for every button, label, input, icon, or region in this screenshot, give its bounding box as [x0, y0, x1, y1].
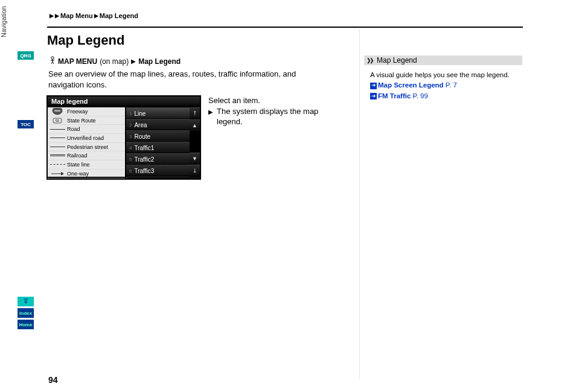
menu-item-label: Traffic2 [134, 156, 154, 163]
legend-label: Railroad [67, 153, 88, 159]
side-panel: ❯❯ Map Legend A visual guide helps you s… [364, 55, 522, 101]
scrollbar[interactable]: ⤒ ▲ ▼ ⤓ [190, 107, 200, 177]
menu-item[interactable]: 2Area [126, 119, 200, 130]
chevron-icon: ❯❯ [366, 57, 373, 63]
qrg-button[interactable]: QRG [18, 51, 34, 60]
menu-item[interactable]: 3Route [126, 130, 200, 142]
menu-item[interactable]: 1Line [126, 107, 200, 119]
menu-item[interactable]: 6Traffic3 [126, 165, 200, 176]
line-sample-icon [50, 138, 65, 138]
menu-item-label: Line [134, 110, 146, 117]
section-label: Navigation [0, 0, 8, 37]
menu-item-label: Route [134, 133, 150, 140]
scroll-down-icon[interactable]: ▼ [190, 153, 200, 165]
xref-label: FM Traffic [378, 92, 411, 100]
legend-left-pane: Freeway 01 State Route Road Unverified r… [48, 107, 125, 177]
intro-text: See an overview of the map lines, areas,… [48, 69, 332, 90]
menu-item[interactable]: 4Traffic1 [126, 142, 200, 153]
legend-row: State line [48, 160, 125, 169]
horizontal-rule [47, 27, 523, 28]
stateroute-icon: 01 [50, 118, 65, 124]
side-panel-title: Map Legend [377, 56, 417, 65]
nav-target: Map Legend [138, 57, 181, 66]
nav-path: MAP MENU (on map) ▶ Map Legend [50, 56, 181, 66]
xref-page: P. 7 [446, 81, 457, 89]
xref-link[interactable]: ➜Map Screen Legend P. 7 [370, 80, 522, 90]
legend-label: One-way [67, 171, 89, 177]
interstate-icon [50, 108, 65, 115]
xref-link[interactable]: ➜FM Traffic P. 99 [370, 91, 522, 101]
screenshot-title: Map legend [48, 96, 200, 107]
legend-row: One-way [48, 169, 125, 179]
railroad-icon [50, 156, 65, 156]
instructions: Select an item. ▶ The system displays th… [208, 95, 341, 127]
line-sample-icon [50, 147, 65, 147]
breadcrumb: ▶ ▶ Map Menu ▶ Map Legend [50, 12, 138, 19]
legend-row: Pedestrian street [48, 143, 125, 152]
menu-item-label: Traffic3 [134, 168, 154, 174]
page-number: 94 [48, 375, 58, 385]
menu-item-num: 4 [129, 145, 132, 151]
menu-item[interactable]: 5Traffic2 [126, 153, 200, 165]
legend-label: Freeway [67, 109, 88, 115]
menu-item-num: 6 [129, 168, 132, 174]
svg-rect-1 [54, 110, 60, 112]
nav-menu: MAP MENU [58, 57, 97, 66]
breadcrumb-part: Map Legend [100, 12, 138, 19]
xref-label: Map Screen Legend [378, 81, 444, 89]
menu-item-num: 5 [129, 157, 132, 162]
menu-item-label: Area [134, 122, 147, 128]
menu-item-label: Traffic1 [134, 145, 154, 151]
scroll-top-icon[interactable]: ⤒ [190, 107, 200, 119]
nav-context: (on map) [100, 57, 129, 66]
triangle-icon: ▶ [208, 108, 213, 127]
link-arrow-icon: ➜ [370, 83, 377, 89]
menu-item-num: 2 [129, 122, 132, 128]
legend-row: Unverified road [48, 134, 125, 143]
index-button[interactable]: Index [18, 308, 34, 318]
breadcrumb-part: Map Menu [60, 12, 93, 19]
legend-label: State Route [67, 118, 96, 124]
embedded-screenshot: Map legend Freeway 01 State Route Road U… [46, 95, 201, 180]
page-title: Map Legend [47, 33, 124, 48]
menu-item-num: 3 [129, 134, 132, 139]
legend-label: Pedestrian street [67, 144, 108, 150]
svg-point-0 [51, 57, 54, 59]
column-divider [359, 29, 360, 379]
triangle-icon: ▶ [131, 58, 136, 65]
dashed-line-icon [50, 164, 65, 165]
scroll-bottom-icon[interactable]: ⤓ [190, 165, 200, 177]
triangle-icon: ▶ [50, 13, 54, 19]
home-button[interactable]: Home [18, 320, 34, 329]
voice-button[interactable]: ꔊ [18, 297, 34, 306]
menu-item-num: 1 [129, 111, 132, 116]
triangle-icon: ▶ [94, 13, 98, 19]
legend-label: Road [67, 126, 80, 132]
select-icon [50, 56, 56, 66]
line-sample-icon [50, 129, 65, 130]
instruction-line: The system displays the map legend. [217, 106, 341, 127]
legend-label: State line [67, 162, 90, 168]
link-arrow-icon: ➜ [370, 93, 377, 100]
legend-row: Road [48, 125, 125, 134]
legend-label: Unverified road [67, 135, 104, 141]
triangle-icon: ▶ [55, 13, 59, 19]
legend-right-pane: 1Line 2Area 3Route 4Traffic1 5Traffic2 6… [125, 107, 200, 177]
instruction-line: Select an item. [208, 95, 341, 106]
xref-page: P. 99 [413, 92, 428, 100]
legend-row: Railroad [48, 151, 125, 160]
side-panel-heading: ❯❯ Map Legend [364, 55, 522, 65]
legend-row: 01 State Route [48, 116, 125, 125]
svg-text:01: 01 [56, 119, 59, 122]
side-panel-text: A visual guide helps you see the map leg… [370, 70, 522, 80]
arrow-line-icon [50, 171, 65, 176]
toc-button[interactable]: TOC [18, 120, 34, 128]
scroll-up-icon[interactable]: ▲ [190, 119, 200, 131]
legend-row: Freeway [48, 107, 125, 116]
